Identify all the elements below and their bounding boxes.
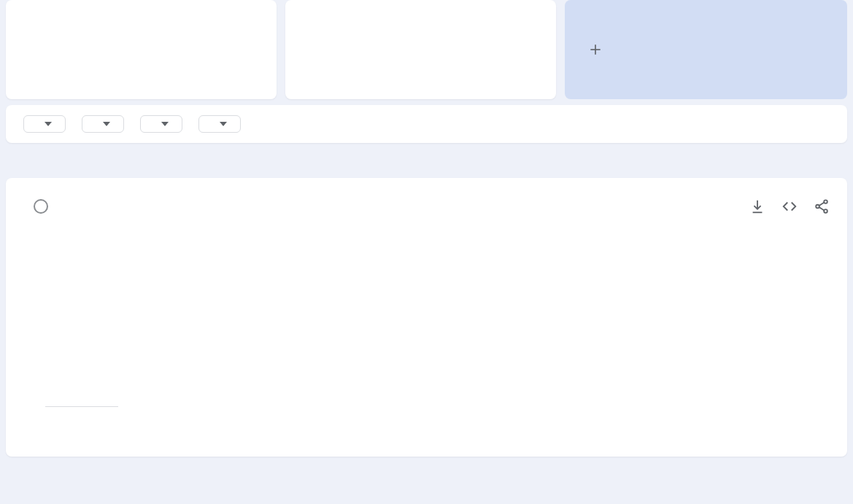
download-icon[interactable] [749, 198, 765, 214]
chevron-down-icon [45, 122, 52, 126]
svg-point-2 [824, 200, 827, 203]
line-chart [140, 273, 830, 430]
chart-header [23, 198, 830, 214]
term-card-1[interactable] [6, 0, 277, 99]
svg-point-4 [824, 209, 827, 213]
plus-icon [588, 42, 603, 57]
svg-line-6 [819, 207, 825, 210]
average-bars [45, 273, 118, 407]
term-color-dot [23, 22, 32, 31]
interest-over-time-card [6, 178, 847, 457]
chevron-down-icon [220, 122, 227, 126]
chart-actions [749, 198, 830, 214]
share-icon[interactable] [814, 198, 830, 214]
category-filter[interactable] [140, 115, 182, 133]
add-comparison-button[interactable] [565, 0, 847, 99]
svg-line-5 [819, 203, 825, 206]
chevron-down-icon [103, 122, 110, 126]
help-icon[interactable] [34, 199, 48, 214]
embed-icon[interactable] [781, 198, 798, 214]
chart-title-wrap [23, 199, 48, 214]
comparison-terms-row [0, 0, 853, 99]
svg-point-3 [816, 205, 819, 209]
term-card-2[interactable] [285, 0, 556, 99]
chevron-down-icon [161, 122, 169, 126]
search-type-filter[interactable] [198, 115, 241, 133]
line-chart-svg [140, 273, 830, 426]
average-column [23, 273, 140, 430]
region-filter[interactable] [23, 115, 66, 133]
timeframe-filter[interactable] [82, 115, 124, 133]
term-color-dot [303, 22, 312, 31]
chart-body [23, 273, 830, 430]
filter-bar [6, 105, 847, 143]
